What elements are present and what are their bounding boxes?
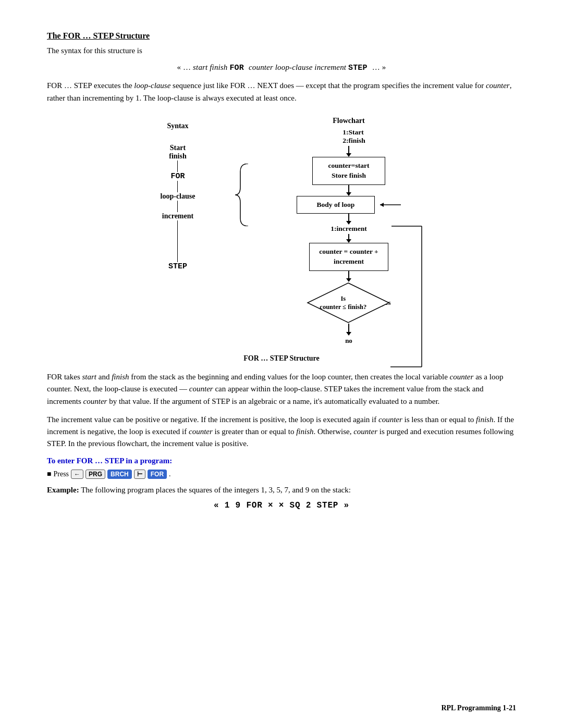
fc-arrow-no <box>346 324 351 336</box>
fc-label-1start: 1:Start <box>342 128 364 137</box>
syn-v3 <box>177 201 178 212</box>
key-brch[interactable]: BRCH <box>107 470 132 479</box>
ellipsis1: … <box>183 63 193 71</box>
press-symbol: ■ <box>47 470 51 478</box>
code-line: « 1 9 FOR × × SQ 2 STEP » <box>47 501 516 510</box>
section-title: The FOR … STEP Structure <box>47 31 516 41</box>
fc-label-2finish: 2:finish <box>342 137 365 145</box>
paragraph1: FOR … STEP executes the loop-clause sequ… <box>47 80 516 104</box>
page-footer: RPL Programming 1-21 <box>441 704 516 712</box>
flowchart-header: Flowchart <box>255 117 443 125</box>
counter-loop-italic: counter loop-clause increment <box>249 63 346 71</box>
intro-text: The syntax for this structure is <box>47 45 516 57</box>
flowchart-column: Flowchart 1:Start 2:finish counter=start… <box>255 117 443 345</box>
fc-body-row: Body of loop <box>297 196 401 214</box>
syn-increment: increment <box>162 212 193 220</box>
example-label: Example: <box>47 486 79 494</box>
fc-no-label: no <box>345 337 352 345</box>
fc-arrow1 <box>346 146 351 157</box>
fc-box-increment: counter = counter +increment <box>309 243 388 271</box>
fc-diamond: Iscounter ≤ finish? <box>307 282 380 324</box>
syntax-formula: « … start finish FOR counter loop-clause… <box>47 63 516 72</box>
syntax-header: Syntax <box>167 122 188 130</box>
key-for[interactable]: FOR <box>148 470 167 479</box>
period: . <box>169 470 171 478</box>
guillemet-close: » <box>382 63 386 71</box>
press-line: ■ Press ← PRG BRCH ⊢ FOR . <box>47 470 516 479</box>
brace-svg <box>235 164 251 226</box>
brace-area <box>235 164 251 226</box>
key-prg[interactable]: PRG <box>85 470 105 479</box>
key-back-arrow[interactable]: ← <box>71 470 83 479</box>
syn-v4 <box>177 220 178 262</box>
paragraph3: The increment value can be positive or n… <box>47 414 516 450</box>
syntax-column: Syntax Start finish FOR loop-clause incr… <box>120 117 235 271</box>
fc-arrow3 <box>346 214 351 225</box>
syn-loop-clause: loop-clause <box>161 192 195 201</box>
svg-marker-1 <box>380 203 384 207</box>
flowchart-inner: 1:Start 2:finish counter=startStore fini… <box>255 128 443 345</box>
fc-diamond-text: Iscounter ≤ finish? <box>320 294 366 312</box>
syn-finish: finish <box>169 152 186 161</box>
syn-start: Start <box>170 144 186 152</box>
guillemet-open: « <box>177 63 181 71</box>
fc-box-counter-start: counter=startStore finish <box>312 157 385 185</box>
fc-diamond-row: Iscounter ≤ finish? yes <box>255 282 443 324</box>
ellipsis2: … <box>372 63 382 71</box>
paragraph2: FOR takes start and finish from the stac… <box>47 371 516 408</box>
return-arrow-svg <box>375 200 401 210</box>
fc-start-labels: 1:Start 2:finish <box>342 128 365 145</box>
key-right-arrow[interactable]: ⊢ <box>134 470 145 479</box>
fc-return-arrow-head <box>375 200 401 210</box>
fc-arrow5 <box>346 271 351 282</box>
fc-arrow2 <box>346 185 351 196</box>
step-keyword: STEP <box>348 64 372 72</box>
fc-label-1increment: 1:increment <box>331 225 366 233</box>
diagram-area: Syntax Start finish FOR loop-clause incr… <box>47 117 516 345</box>
fc-arrow4 <box>346 234 351 243</box>
example-line: Example: The following program places th… <box>47 484 516 496</box>
start-finish-italic: start finish <box>193 63 227 71</box>
procedure-title: To enter FOR … STEP in a program: <box>47 456 516 465</box>
syn-v2 <box>177 181 178 192</box>
syn-for: FOR <box>170 172 185 181</box>
diagram-caption: FOR … STEP Structure <box>47 354 516 363</box>
for-keyword: FOR <box>229 64 249 72</box>
syn-step: STEP <box>168 262 187 271</box>
fc-box-body: Body of loop <box>297 196 375 214</box>
syn-v1 <box>177 161 178 172</box>
example-text: The following program places the squares… <box>81 486 351 494</box>
press-label: Press <box>53 470 69 478</box>
